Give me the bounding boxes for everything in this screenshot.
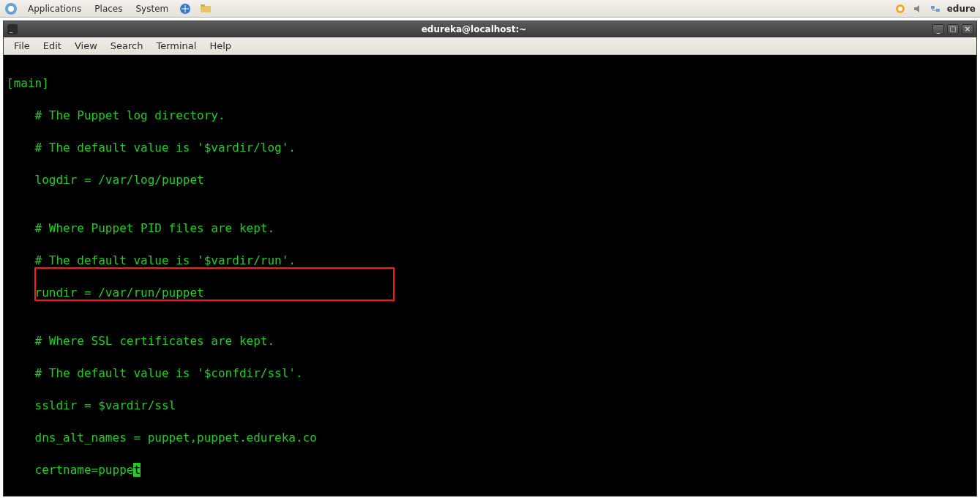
- term-line: [agent]: [7, 494, 973, 496]
- menu-search[interactable]: Search: [105, 39, 149, 53]
- network-icon[interactable]: [929, 3, 941, 15]
- svg-text:_: _: [10, 26, 13, 33]
- term-line: rundir = /var/run/puppet: [7, 285, 973, 301]
- svg-rect-4: [201, 4, 205, 7]
- term-line: logdir = /var/log/puppet: [7, 172, 973, 188]
- term-line-dns-alt-names: dns_alt_names = puppet,puppet.edureka.co: [7, 430, 973, 446]
- term-line: ssldir = $vardir/ssl: [7, 398, 973, 414]
- distro-menu-icon[interactable]: [4, 2, 18, 15]
- browser-launcher-icon[interactable]: [179, 2, 192, 15]
- panel-user-label[interactable]: edure: [947, 4, 976, 14]
- window-maximize-button[interactable]: ▢: [947, 24, 959, 34]
- gnome-top-panel: Applications Places System edure: [0, 0, 980, 18]
- menu-help[interactable]: Help: [203, 39, 237, 53]
- terminal-menubar: File Edit View Search Terminal Help: [4, 37, 976, 55]
- term-line: # Where SSL certificates are kept.: [7, 333, 973, 349]
- term-line: # The default value is '$vardir/run'.: [7, 253, 973, 269]
- menu-view[interactable]: View: [69, 39, 103, 53]
- file-manager-launcher-icon[interactable]: [199, 2, 212, 15]
- menu-terminal[interactable]: Terminal: [150, 39, 202, 53]
- term-line: # The default value is '$vardir/log'.: [7, 140, 973, 156]
- terminal-app-icon: _: [4, 24, 18, 34]
- terminal-cursor: t: [133, 463, 141, 477]
- svg-point-6: [898, 7, 902, 11]
- svg-rect-3: [201, 6, 211, 12]
- menu-edit[interactable]: Edit: [37, 39, 67, 53]
- certname-text: certname=puppe: [35, 463, 134, 477]
- term-line-certname: certname=puppet: [7, 462, 973, 478]
- window-titlebar[interactable]: _ edureka@localhost:~ _ ▢ ×: [4, 21, 976, 37]
- panel-applications[interactable]: Applications: [25, 4, 84, 14]
- update-notifier-icon[interactable]: [894, 3, 906, 15]
- term-line: # The default value is '$confdir/ssl'.: [7, 365, 973, 382]
- window-minimize-button[interactable]: _: [932, 24, 944, 34]
- sound-icon[interactable]: [912, 3, 924, 15]
- term-line: [main]: [7, 75, 973, 92]
- panel-places[interactable]: Places: [91, 4, 125, 14]
- terminal-content[interactable]: [main] # The Puppet log directory. # The…: [4, 55, 976, 496]
- term-line: # Where Puppet PID files are kept.: [7, 220, 973, 237]
- window-title: edureka@localhost:~: [18, 24, 929, 34]
- term-line: # The Puppet log directory.: [7, 108, 973, 124]
- panel-system[interactable]: System: [132, 4, 171, 14]
- terminal-window: _ edureka@localhost:~ _ ▢ × File Edit Vi…: [3, 21, 977, 497]
- svg-point-1: [8, 6, 14, 12]
- svg-rect-7: [931, 6, 935, 9]
- window-close-button[interactable]: ×: [962, 24, 973, 34]
- menu-file[interactable]: File: [8, 39, 36, 53]
